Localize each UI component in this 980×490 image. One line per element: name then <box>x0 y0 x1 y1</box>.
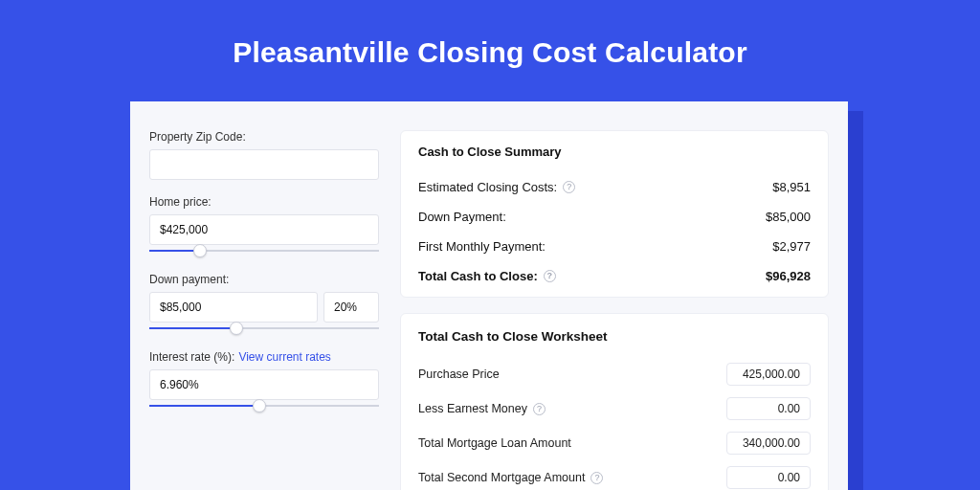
inputs-column: Property Zip Code: Home price: Down paym… <box>149 130 379 490</box>
summary-row-total: Total Cash to Close: ? $96,928 <box>418 261 811 291</box>
worksheet-row-earnest-money: Less Earnest Money ? 0.00 <box>418 391 811 426</box>
zip-input[interactable] <box>149 149 379 180</box>
summary-row-first-payment: First Monthly Payment: $2,977 <box>418 232 811 261</box>
worksheet-title: Total Cash to Close Worksheet <box>418 329 811 344</box>
worksheet-row-second-mortgage: Total Second Mortgage Amount ? 0.00 <box>418 460 811 490</box>
page-title: Pleasantville Closing Cost Calculator <box>0 0 980 90</box>
help-icon[interactable]: ? <box>563 181 575 193</box>
help-icon[interactable]: ? <box>533 403 546 415</box>
view-rates-link[interactable]: View current rates <box>238 350 331 364</box>
summary-title: Cash to Close Summary <box>418 145 811 159</box>
summary-value: $8,951 <box>772 180 811 194</box>
down-payment-slider[interactable] <box>149 322 379 335</box>
summary-row-closing-costs: Estimated Closing Costs: ? $8,951 <box>418 172 811 202</box>
field-home-price: Home price: <box>149 195 379 257</box>
summary-label: First Monthly Payment: <box>418 239 546 254</box>
help-icon[interactable]: ? <box>590 472 603 484</box>
summary-label: Total Cash to Close: <box>418 269 538 283</box>
worksheet-row-purchase-price: Purchase Price 425,000.00 <box>418 357 811 391</box>
summary-value: $85,000 <box>766 210 811 224</box>
slider-knob[interactable] <box>193 244 207 257</box>
slider-fill <box>149 405 259 407</box>
summary-label: Down Payment: <box>418 210 506 224</box>
summary-row-down-payment: Down Payment: $85,000 <box>418 202 811 232</box>
worksheet-label: Purchase Price <box>418 368 500 381</box>
help-icon[interactable]: ? <box>544 270 556 282</box>
slider-fill <box>149 327 236 329</box>
field-zip: Property Zip Code: <box>149 130 379 180</box>
summary-card: Cash to Close Summary Estimated Closing … <box>400 130 829 298</box>
interest-rate-slider[interactable] <box>149 399 379 412</box>
summary-value: $2,977 <box>772 239 811 254</box>
slider-knob[interactable] <box>230 322 243 335</box>
home-price-input[interactable] <box>149 214 379 245</box>
field-label-zip: Property Zip Code: <box>149 130 379 144</box>
slider-knob[interactable] <box>253 399 266 412</box>
down-payment-pct-input[interactable] <box>323 292 379 323</box>
worksheet-value[interactable]: 425,000.00 <box>726 363 811 386</box>
calculator-card: Property Zip Code: Home price: Down paym… <box>130 101 848 490</box>
summary-value: $96,928 <box>766 269 811 283</box>
worksheet-value[interactable]: 0.00 <box>726 466 811 489</box>
interest-rate-label-text: Interest rate (%): <box>149 350 234 364</box>
summary-label: Estimated Closing Costs: <box>418 180 557 194</box>
down-payment-input[interactable] <box>149 292 318 323</box>
field-label-down-payment: Down payment: <box>149 273 379 286</box>
worksheet-card: Total Cash to Close Worksheet Purchase P… <box>400 313 829 490</box>
worksheet-row-mortgage-amount: Total Mortgage Loan Amount 340,000.00 <box>418 426 811 460</box>
interest-rate-input[interactable] <box>149 369 379 400</box>
worksheet-value[interactable]: 340,000.00 <box>726 432 811 455</box>
field-label-interest-rate: Interest rate (%): View current rates <box>149 350 379 364</box>
worksheet-label: Total Mortgage Loan Amount <box>418 436 571 450</box>
field-label-home-price: Home price: <box>149 195 379 209</box>
worksheet-value[interactable]: 0.00 <box>726 397 811 420</box>
field-interest-rate: Interest rate (%): View current rates <box>149 350 379 412</box>
results-column: Cash to Close Summary Estimated Closing … <box>400 130 829 490</box>
worksheet-label: Less Earnest Money <box>418 402 527 415</box>
home-price-slider[interactable] <box>149 244 379 257</box>
worksheet-label: Total Second Mortgage Amount <box>418 471 585 484</box>
field-down-payment: Down payment: <box>149 273 379 335</box>
